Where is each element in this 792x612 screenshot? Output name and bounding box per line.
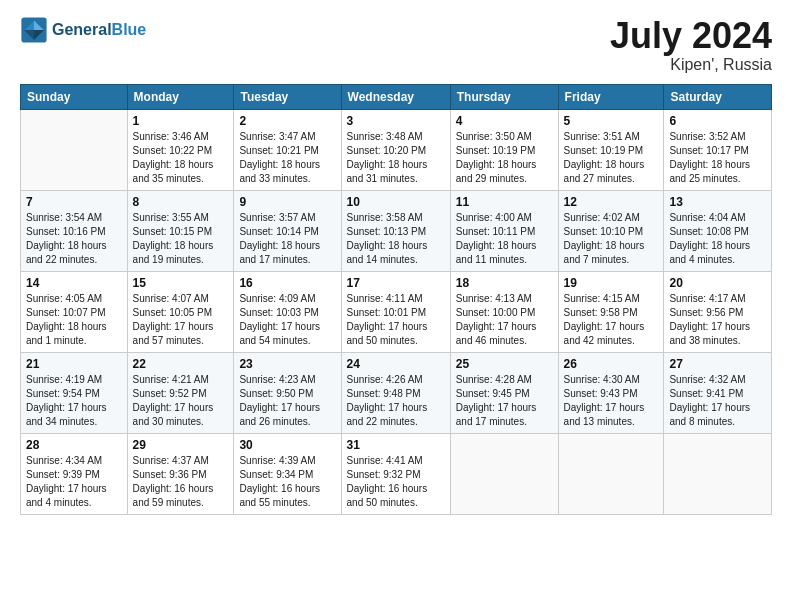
day-number: 20 xyxy=(669,276,766,290)
calendar-cell: 31Sunrise: 4:41 AMSunset: 9:32 PMDayligh… xyxy=(341,433,450,514)
logo-text: GeneralBlue xyxy=(52,21,146,39)
day-info: Sunrise: 4:07 AMSunset: 10:05 PMDaylight… xyxy=(133,292,229,348)
day-info: Sunrise: 4:11 AMSunset: 10:01 PMDaylight… xyxy=(347,292,445,348)
day-number: 8 xyxy=(133,195,229,209)
day-number: 16 xyxy=(239,276,335,290)
day-info: Sunrise: 3:54 AMSunset: 10:16 PMDaylight… xyxy=(26,211,122,267)
day-number: 11 xyxy=(456,195,553,209)
calendar-cell: 6Sunrise: 3:52 AMSunset: 10:17 PMDayligh… xyxy=(664,109,772,190)
day-info: Sunrise: 4:05 AMSunset: 10:07 PMDaylight… xyxy=(26,292,122,348)
day-info: Sunrise: 4:32 AMSunset: 9:41 PMDaylight:… xyxy=(669,373,766,429)
calendar-cell: 20Sunrise: 4:17 AMSunset: 9:56 PMDayligh… xyxy=(664,271,772,352)
day-number: 28 xyxy=(26,438,122,452)
day-info: Sunrise: 4:28 AMSunset: 9:45 PMDaylight:… xyxy=(456,373,553,429)
day-number: 14 xyxy=(26,276,122,290)
day-number: 25 xyxy=(456,357,553,371)
day-info: Sunrise: 4:04 AMSunset: 10:08 PMDaylight… xyxy=(669,211,766,267)
week-row-3: 21Sunrise: 4:19 AMSunset: 9:54 PMDayligh… xyxy=(21,352,772,433)
day-number: 18 xyxy=(456,276,553,290)
day-number: 26 xyxy=(564,357,659,371)
day-info: Sunrise: 3:51 AMSunset: 10:19 PMDaylight… xyxy=(564,130,659,186)
day-number: 30 xyxy=(239,438,335,452)
header-sunday: Sunday xyxy=(21,84,128,109)
day-info: Sunrise: 3:48 AMSunset: 10:20 PMDaylight… xyxy=(347,130,445,186)
calendar-cell: 19Sunrise: 4:15 AMSunset: 9:58 PMDayligh… xyxy=(558,271,664,352)
calendar-cell: 5Sunrise: 3:51 AMSunset: 10:19 PMDayligh… xyxy=(558,109,664,190)
calendar-header-row: SundayMondayTuesdayWednesdayThursdayFrid… xyxy=(21,84,772,109)
day-info: Sunrise: 4:30 AMSunset: 9:43 PMDaylight:… xyxy=(564,373,659,429)
header-monday: Monday xyxy=(127,84,234,109)
day-info: Sunrise: 3:50 AMSunset: 10:19 PMDaylight… xyxy=(456,130,553,186)
calendar-cell: 15Sunrise: 4:07 AMSunset: 10:05 PMDaylig… xyxy=(127,271,234,352)
calendar-cell: 22Sunrise: 4:21 AMSunset: 9:52 PMDayligh… xyxy=(127,352,234,433)
header: GeneralBlue July 2024 Kipen', Russia xyxy=(20,16,772,74)
day-info: Sunrise: 3:58 AMSunset: 10:13 PMDaylight… xyxy=(347,211,445,267)
week-row-0: 1Sunrise: 3:46 AMSunset: 10:22 PMDayligh… xyxy=(21,109,772,190)
day-number: 23 xyxy=(239,357,335,371)
day-info: Sunrise: 3:52 AMSunset: 10:17 PMDaylight… xyxy=(669,130,766,186)
day-info: Sunrise: 4:09 AMSunset: 10:03 PMDaylight… xyxy=(239,292,335,348)
page: GeneralBlue July 2024 Kipen', Russia Sun… xyxy=(0,0,792,612)
calendar-cell: 28Sunrise: 4:34 AMSunset: 9:39 PMDayligh… xyxy=(21,433,128,514)
day-number: 27 xyxy=(669,357,766,371)
day-number: 7 xyxy=(26,195,122,209)
day-number: 9 xyxy=(239,195,335,209)
day-number: 13 xyxy=(669,195,766,209)
header-wednesday: Wednesday xyxy=(341,84,450,109)
calendar-subtitle: Kipen', Russia xyxy=(610,56,772,74)
day-info: Sunrise: 4:21 AMSunset: 9:52 PMDaylight:… xyxy=(133,373,229,429)
calendar-cell: 2Sunrise: 3:47 AMSunset: 10:21 PMDayligh… xyxy=(234,109,341,190)
day-number: 10 xyxy=(347,195,445,209)
day-number: 5 xyxy=(564,114,659,128)
logo-icon xyxy=(20,16,48,44)
logo: GeneralBlue xyxy=(20,16,146,44)
day-number: 15 xyxy=(133,276,229,290)
calendar-cell: 18Sunrise: 4:13 AMSunset: 10:00 PMDaylig… xyxy=(450,271,558,352)
header-thursday: Thursday xyxy=(450,84,558,109)
day-info: Sunrise: 4:17 AMSunset: 9:56 PMDaylight:… xyxy=(669,292,766,348)
day-number: 21 xyxy=(26,357,122,371)
day-info: Sunrise: 4:41 AMSunset: 9:32 PMDaylight:… xyxy=(347,454,445,510)
calendar-cell: 4Sunrise: 3:50 AMSunset: 10:19 PMDayligh… xyxy=(450,109,558,190)
calendar-cell: 14Sunrise: 4:05 AMSunset: 10:07 PMDaylig… xyxy=(21,271,128,352)
day-number: 3 xyxy=(347,114,445,128)
day-info: Sunrise: 4:19 AMSunset: 9:54 PMDaylight:… xyxy=(26,373,122,429)
day-number: 22 xyxy=(133,357,229,371)
day-number: 2 xyxy=(239,114,335,128)
calendar-cell: 11Sunrise: 4:00 AMSunset: 10:11 PMDaylig… xyxy=(450,190,558,271)
week-row-4: 28Sunrise: 4:34 AMSunset: 9:39 PMDayligh… xyxy=(21,433,772,514)
day-number: 24 xyxy=(347,357,445,371)
calendar-cell: 23Sunrise: 4:23 AMSunset: 9:50 PMDayligh… xyxy=(234,352,341,433)
calendar-cell xyxy=(21,109,128,190)
day-number: 29 xyxy=(133,438,229,452)
calendar-cell: 1Sunrise: 3:46 AMSunset: 10:22 PMDayligh… xyxy=(127,109,234,190)
day-number: 17 xyxy=(347,276,445,290)
day-info: Sunrise: 4:26 AMSunset: 9:48 PMDaylight:… xyxy=(347,373,445,429)
calendar-cell: 17Sunrise: 4:11 AMSunset: 10:01 PMDaylig… xyxy=(341,271,450,352)
calendar-cell: 30Sunrise: 4:39 AMSunset: 9:34 PMDayligh… xyxy=(234,433,341,514)
calendar-cell: 24Sunrise: 4:26 AMSunset: 9:48 PMDayligh… xyxy=(341,352,450,433)
calendar-cell: 21Sunrise: 4:19 AMSunset: 9:54 PMDayligh… xyxy=(21,352,128,433)
day-number: 12 xyxy=(564,195,659,209)
day-info: Sunrise: 3:57 AMSunset: 10:14 PMDaylight… xyxy=(239,211,335,267)
day-info: Sunrise: 4:13 AMSunset: 10:00 PMDaylight… xyxy=(456,292,553,348)
calendar-cell: 12Sunrise: 4:02 AMSunset: 10:10 PMDaylig… xyxy=(558,190,664,271)
title-block: July 2024 Kipen', Russia xyxy=(610,16,772,74)
day-info: Sunrise: 4:02 AMSunset: 10:10 PMDaylight… xyxy=(564,211,659,267)
calendar-cell: 8Sunrise: 3:55 AMSunset: 10:15 PMDayligh… xyxy=(127,190,234,271)
day-info: Sunrise: 4:23 AMSunset: 9:50 PMDaylight:… xyxy=(239,373,335,429)
calendar-table: SundayMondayTuesdayWednesdayThursdayFrid… xyxy=(20,84,772,515)
calendar-cell: 7Sunrise: 3:54 AMSunset: 10:16 PMDayligh… xyxy=(21,190,128,271)
day-info: Sunrise: 3:47 AMSunset: 10:21 PMDaylight… xyxy=(239,130,335,186)
calendar-cell xyxy=(450,433,558,514)
calendar-cell: 10Sunrise: 3:58 AMSunset: 10:13 PMDaylig… xyxy=(341,190,450,271)
day-number: 6 xyxy=(669,114,766,128)
calendar-cell: 26Sunrise: 4:30 AMSunset: 9:43 PMDayligh… xyxy=(558,352,664,433)
day-info: Sunrise: 4:37 AMSunset: 9:36 PMDaylight:… xyxy=(133,454,229,510)
day-number: 31 xyxy=(347,438,445,452)
day-info: Sunrise: 3:55 AMSunset: 10:15 PMDaylight… xyxy=(133,211,229,267)
day-number: 4 xyxy=(456,114,553,128)
week-row-2: 14Sunrise: 4:05 AMSunset: 10:07 PMDaylig… xyxy=(21,271,772,352)
calendar-cell: 16Sunrise: 4:09 AMSunset: 10:03 PMDaylig… xyxy=(234,271,341,352)
header-friday: Friday xyxy=(558,84,664,109)
